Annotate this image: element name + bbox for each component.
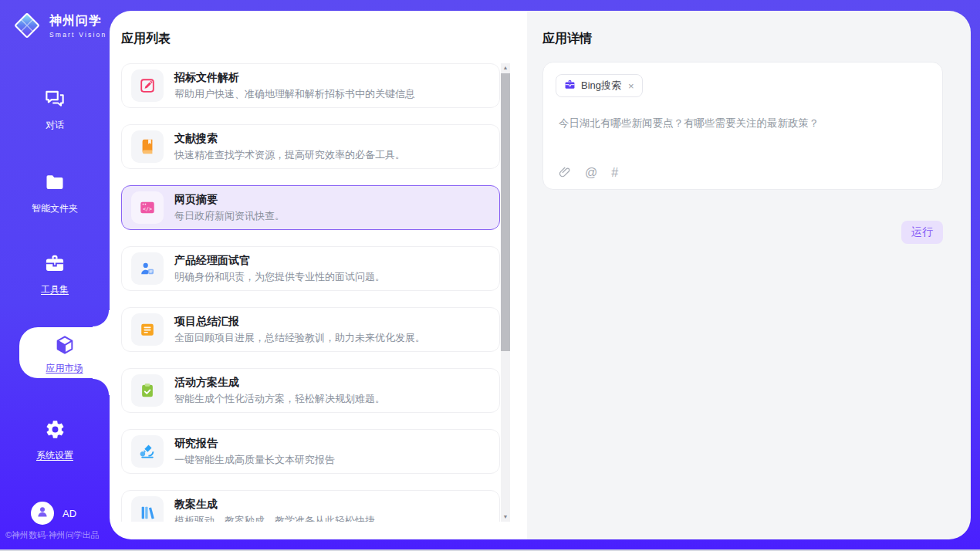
app-list-item-pm-interviewer[interactable]: 产品经理面试官 明确身份和职责，为您提供专业性的面试问题。 (121, 246, 500, 291)
tool-tag-bing-search[interactable]: Bing搜索 × (556, 74, 643, 97)
app-item-desc: 全面回顾项目进展，总结经验教训，助力未来优化发展。 (174, 332, 425, 344)
sidebar: 神州问学 Smart Vision 对话 智能文件夹 工具集 (0, 0, 110, 551)
svg-text:</>: </> (143, 206, 152, 212)
clipboard-check-icon (131, 374, 164, 407)
gear-icon (45, 419, 66, 443)
app-list-item-research-report[interactable]: 研究报告 一键智能生成高质量长文本研究报告 (121, 429, 500, 474)
edit-doc-icon (131, 69, 164, 102)
close-icon[interactable]: × (628, 80, 634, 92)
app-list-item-event-plan[interactable]: 活动方案生成 智能生成个性化活动方案，轻松解决规划难题。 (121, 368, 500, 413)
hash-icon[interactable]: # (611, 167, 618, 179)
app-item-title: 产品经理面试官 (174, 254, 385, 268)
cube-icon (54, 334, 76, 359)
app-list-panel: 应用列表 招标文件解析 帮助用户快速、准确地理解和解析招标书中的关键信息 (110, 11, 527, 539)
app-list: 招标文件解析 帮助用户快速、准确地理解和解析招标书中的关键信息 文献搜索 快速精… (121, 63, 500, 522)
chat-icon (43, 86, 66, 113)
attachment-icon[interactable] (558, 166, 571, 179)
briefcase-icon (564, 79, 576, 93)
app-item-desc: 明确身份和职责，为您提供专业性的面试问题。 (174, 271, 385, 283)
app-item-desc: 智能生成个性化活动方案，轻松解决规划难题。 (174, 393, 385, 405)
books-icon (131, 496, 164, 522)
app-list-item-web-summary[interactable]: </> 网页摘要 每日政府新闻资讯快查。 (121, 185, 500, 230)
sidebar-item-smart-folder[interactable]: 智能文件夹 (0, 171, 110, 215)
app-item-title: 研究报告 (174, 437, 335, 451)
app-item-desc: 模板驱动，教案秒成，教学准备从此轻松快捷 (174, 515, 375, 522)
scroll-up-icon[interactable]: ▲ (501, 64, 510, 72)
brand-subtitle: Smart Vision (49, 31, 106, 39)
scroll-down-icon[interactable]: ▼ (501, 513, 510, 521)
prompt-toolbar: @ # (558, 166, 618, 179)
sidebar-item-chat[interactable]: 对话 (0, 86, 110, 132)
app-list-title: 应用列表 (121, 31, 171, 47)
app-item-title: 文献搜索 (174, 132, 405, 146)
research-icon (131, 435, 164, 468)
app-item-desc: 快速精准查找学术资源，提高研究效率的必备工具。 (174, 149, 405, 161)
app-list-scrollbar[interactable]: ▲ ▼ (501, 63, 510, 522)
sidebar-item-label: 系统设置 (36, 449, 73, 462)
sidebar-item-label: 工具集 (41, 283, 69, 296)
app-item-title: 活动方案生成 (174, 376, 385, 390)
user-account[interactable]: AD (31, 502, 76, 525)
tool-tag-label: Bing搜索 (581, 79, 621, 93)
app-item-title: 招标文件解析 (174, 71, 415, 85)
user-name: AD (63, 508, 76, 519)
app-list-item-literature-search[interactable]: 文献搜索 快速精准查找学术资源，提高研究效率的必备工具。 (121, 124, 500, 169)
app-detail-title: 应用详情 (542, 31, 592, 47)
run-button[interactable]: 运行 (901, 221, 943, 244)
prompt-input[interactable]: 今日湖北有哪些新闻要点？有哪些需要关注的最新政策？ (559, 117, 927, 130)
mention-icon[interactable]: @ (585, 167, 597, 179)
sidebar-item-settings[interactable]: 系统设置 (0, 419, 110, 462)
scrollbar-thumb[interactable] (501, 73, 510, 351)
main-content: 应用列表 招标文件解析 帮助用户快速、准确地理解和解析招标书中的关键信息 (110, 11, 971, 539)
app-list-item-project-summary[interactable]: 项目总结汇报 全面回顾项目进展，总结经验教训，助力未来优化发展。 (121, 307, 500, 352)
app-item-title: 教案生成 (174, 498, 375, 512)
interviewer-icon (131, 252, 164, 285)
diamond-logo-icon (11, 9, 43, 42)
app-item-title: 项目总结汇报 (174, 315, 425, 329)
sidebar-item-toolset[interactable]: 工具集 (0, 252, 110, 296)
brand-logo: 神州问学 Smart Vision (11, 9, 106, 42)
toolbox-icon (44, 252, 66, 277)
copyright-text: ©神州数码·神州问学出品 (5, 529, 100, 541)
app-item-desc: 一键智能生成高质量长文本研究报告 (174, 454, 335, 466)
folder-icon (44, 171, 66, 196)
app-item-desc: 每日政府新闻资讯快查。 (174, 210, 285, 222)
book-icon (131, 130, 164, 163)
app-item-desc: 帮助用户快速、准确地理解和解析招标书中的关键信息 (174, 88, 415, 100)
sidebar-item-label: 对话 (46, 119, 64, 132)
avatar-person-icon (35, 505, 49, 522)
prompt-card: Bing搜索 × 今日湖北有哪些新闻要点？有哪些需要关注的最新政策？ @ # (542, 62, 943, 190)
report-board-icon (131, 313, 164, 346)
sidebar-item-label: 智能文件夹 (32, 202, 78, 215)
app-list-item-bid-parse[interactable]: 招标文件解析 帮助用户快速、准确地理解和解析招标书中的关键信息 (121, 63, 500, 108)
browser-code-icon: </> (131, 191, 164, 224)
app-detail-panel: 应用详情 Bing搜索 × 今日湖北有哪些新闻要点？有哪些需要关注的最新政策？ (527, 11, 971, 539)
app-list-item-lesson-plan[interactable]: 教案生成 模板驱动，教案秒成，教学准备从此轻松快捷 (121, 490, 500, 522)
brand-name: 神州问学 (49, 13, 106, 29)
app-item-title: 网页摘要 (174, 193, 285, 207)
sidebar-item-label: 应用市场 (46, 362, 83, 375)
avatar (31, 502, 54, 525)
sidebar-item-app-market[interactable]: 应用市场 (19, 327, 110, 378)
